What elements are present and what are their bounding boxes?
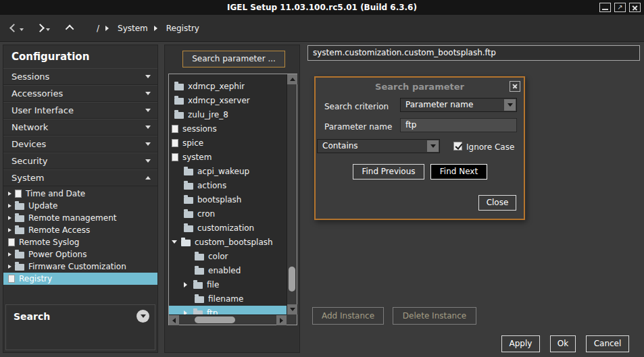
horizontal-scrollbar-thumb[interactable] bbox=[195, 317, 235, 323]
expand-arrow-icon[interactable] bbox=[8, 204, 11, 208]
match-mode-dropdown[interactable]: Contains bbox=[317, 139, 440, 153]
sidebar-item-devices[interactable]: Devices bbox=[3, 136, 157, 153]
tree-item-enabled[interactable]: enabled bbox=[169, 263, 287, 277]
expand-arrow-icon[interactable] bbox=[8, 216, 11, 220]
dialog-close-button[interactable]: Close bbox=[478, 195, 516, 211]
ok-button[interactable]: Ok bbox=[550, 335, 576, 352]
app-window: IGEL Setup 11.03.100.rc5.01 (Build 6.3.6… bbox=[0, 0, 644, 357]
forward-button[interactable] bbox=[37, 23, 50, 33]
section-label: Security bbox=[11, 156, 145, 166]
tree-item-file[interactable]: file bbox=[169, 277, 287, 292]
sidebar-item-system[interactable]: System bbox=[3, 169, 157, 186]
delete-instance-button[interactable]: Delete Instance bbox=[393, 307, 476, 325]
search-expand-button[interactable] bbox=[137, 310, 149, 323]
tree-item-bootsplash[interactable]: bootsplash bbox=[169, 192, 287, 207]
chevron-down-icon bbox=[507, 103, 513, 107]
expand-arrow-icon[interactable] bbox=[8, 228, 11, 232]
page-icon bbox=[8, 238, 15, 246]
scroll-right-button[interactable] bbox=[276, 315, 287, 325]
breadcrumb-item-system[interactable]: System bbox=[118, 24, 148, 33]
expand-arrow-icon[interactable] bbox=[8, 192, 11, 196]
back-button[interactable] bbox=[11, 23, 24, 33]
tree-item-system[interactable]: system bbox=[169, 150, 287, 164]
section-label: User Interface bbox=[11, 105, 145, 115]
tree-item-actions[interactable]: actions bbox=[169, 178, 287, 192]
breadcrumb-root[interactable]: / bbox=[97, 24, 99, 33]
registry-tree: xdmcp_xephirxdmcp_xserverzulu_jre_8sessi… bbox=[168, 74, 297, 325]
sidebar-item-power-options[interactable]: Power Options bbox=[3, 248, 157, 260]
item-label: bootsplash bbox=[197, 195, 241, 204]
search-criterion-dropdown[interactable]: Parameter name bbox=[400, 98, 517, 112]
add-instance-button[interactable]: Add Instance bbox=[312, 307, 384, 325]
scroll-down-button[interactable] bbox=[287, 304, 297, 314]
tree-item-filename[interactable]: filename bbox=[169, 292, 287, 306]
tree-item-cron[interactable]: cron bbox=[169, 207, 287, 221]
tree-item-custom-bootsplash[interactable]: custom_bootsplash bbox=[169, 235, 287, 249]
folder-icon bbox=[195, 254, 204, 260]
tree-item-color[interactable]: color bbox=[169, 249, 287, 263]
item-label: Remote Access bbox=[28, 225, 90, 235]
sidebar-item-firmware-customization[interactable]: Firmware Customization bbox=[3, 260, 157, 273]
breadcrumb-item-registry[interactable]: Registry bbox=[166, 24, 199, 33]
item-label: actions bbox=[197, 181, 226, 190]
sidebar-item-registry[interactable]: Registry bbox=[3, 273, 157, 285]
tree-item-ftp[interactable]: ftp bbox=[169, 306, 287, 314]
dropdown-arrow-button[interactable] bbox=[427, 140, 439, 152]
back-icon bbox=[9, 24, 18, 32]
dropdown-arrow-button[interactable] bbox=[504, 99, 516, 111]
expand-arrow-icon[interactable] bbox=[8, 252, 11, 256]
tree-item-spice[interactable]: spice bbox=[169, 136, 287, 150]
cancel-button[interactable]: Cancel bbox=[586, 335, 629, 352]
find-next-button[interactable]: Find Next bbox=[430, 164, 487, 180]
search-parameter-button[interactable]: Search parameter ... bbox=[182, 51, 285, 67]
restore-icon[interactable]: ↗ bbox=[614, 3, 626, 12]
sidebar-item-remote-access[interactable]: Remote Access bbox=[3, 224, 157, 236]
folder-open-icon bbox=[181, 240, 191, 246]
tree-item-customization[interactable]: customization bbox=[169, 221, 287, 235]
item-label: spice bbox=[182, 138, 203, 148]
item-label: enabled bbox=[208, 266, 241, 275]
sidebar-item-remote-syslog[interactable]: Remote Syslog bbox=[3, 236, 157, 248]
folder-icon bbox=[184, 183, 193, 190]
sidebar-item-accessories[interactable]: Accessories bbox=[3, 85, 157, 102]
sidebar-item-update[interactable]: Update bbox=[3, 200, 157, 212]
collapse-arrow-icon[interactable] bbox=[172, 240, 181, 244]
tree-vertical-scrollbar[interactable] bbox=[287, 74, 297, 314]
tree-item-xdmcp-xephir[interactable]: xdmcp_xephir bbox=[169, 79, 287, 93]
breadcrumb-separator-icon bbox=[105, 26, 112, 31]
up-button[interactable] bbox=[68, 25, 74, 31]
sidebar-item-network[interactable]: Network bbox=[3, 119, 157, 136]
expand-arrow-icon bbox=[145, 109, 151, 112]
sidebar-item-user-interface[interactable]: User Interface bbox=[3, 102, 157, 119]
parameter-name-input[interactable]: ftp bbox=[400, 118, 517, 132]
section-label: Accessories bbox=[11, 88, 145, 99]
tree-item-acpi-wakeup[interactable]: acpi_wakeup bbox=[169, 164, 287, 178]
sidebar-item-security[interactable]: Security bbox=[3, 153, 157, 169]
apply-button[interactable]: Apply bbox=[501, 335, 540, 352]
vertical-scrollbar-thumb[interactable] bbox=[289, 267, 295, 292]
back-history-caret-icon bbox=[20, 28, 24, 33]
window-title: IGEL Setup 11.03.100.rc5.01 (Build 6.3.6… bbox=[227, 3, 417, 12]
find-previous-button[interactable]: Find Previous bbox=[353, 164, 424, 180]
tree-item-sessions[interactable]: sessions bbox=[169, 121, 287, 136]
tree-horizontal-scrollbar[interactable] bbox=[169, 314, 287, 325]
dialog-close-icon[interactable] bbox=[510, 81, 520, 92]
dropdown-selected-value: Parameter name bbox=[405, 99, 473, 111]
scroll-left-button[interactable] bbox=[169, 315, 179, 325]
tree-item-xdmcp-xserver[interactable]: xdmcp_xserver bbox=[169, 93, 287, 107]
expand-arrow-icon[interactable] bbox=[8, 265, 11, 269]
dropdown-selected-value: Contains bbox=[322, 140, 358, 153]
scroll-up-button[interactable] bbox=[287, 74, 297, 84]
forward-icon bbox=[36, 24, 45, 32]
item-label: Update bbox=[28, 201, 57, 211]
sidebar-item-remote-management[interactable]: Remote management bbox=[3, 212, 157, 224]
expand-arrow-icon[interactable] bbox=[184, 282, 193, 287]
minimize-icon[interactable] bbox=[599, 3, 611, 12]
search-criterion-label: Search criterion bbox=[324, 102, 389, 111]
sidebar-item-sessions[interactable]: Sessions bbox=[3, 68, 157, 85]
ignore-case-checkbox[interactable] bbox=[453, 142, 462, 150]
close-icon[interactable] bbox=[629, 3, 641, 12]
tree-item-zulu-jre-8[interactable]: zulu_jre_8 bbox=[169, 107, 287, 121]
parameter-path-field[interactable]: system.customization.custom_bootsplash.f… bbox=[307, 45, 640, 61]
sidebar-item-time-and-date[interactable]: Time and Date bbox=[3, 188, 157, 200]
